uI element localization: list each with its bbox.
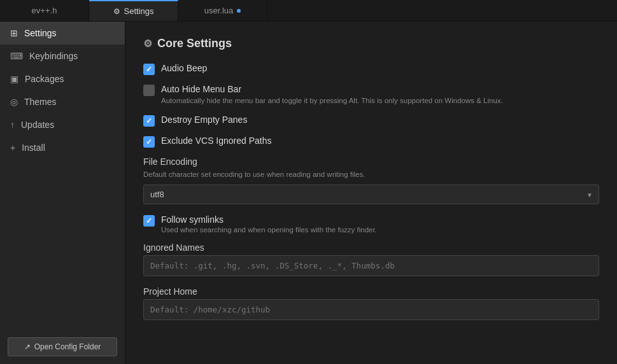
sidebar: ⊞ Settings ⌨ Keybindings ▣ Packages ◎ Th… xyxy=(0,22,125,364)
sidebar-item-updates-label: Updates xyxy=(21,120,54,130)
project-home-input[interactable] xyxy=(143,299,599,320)
file-encoding-select-wrapper: utf8 utf16 ascii latin1 xyxy=(143,185,599,204)
sidebar-item-themes[interactable]: ◎ Themes xyxy=(0,90,125,113)
file-encoding-section: File Encoding Default character set enco… xyxy=(143,157,599,204)
open-config-icon: ↗ xyxy=(24,342,31,351)
auto-hide-menu-desc: Automatically hide the menu bar and togg… xyxy=(161,95,503,106)
setting-auto-hide-menu: Auto Hide Menu Bar Automatically hide th… xyxy=(143,84,599,106)
destroy-empty-checkmark: ✓ xyxy=(146,116,152,125)
tab-bar: ev++.h ⚙ Settings user.lua xyxy=(0,0,617,22)
file-encoding-select[interactable]: utf8 utf16 ascii latin1 xyxy=(143,185,599,204)
follow-symlinks-checkbox[interactable]: ✓ xyxy=(143,215,155,227)
settings-sidebar-icon: ⊞ xyxy=(10,28,18,38)
tab-user-lua-label: user.lua xyxy=(204,6,234,15)
follow-symlinks-desc: Used when searching and when opening fil… xyxy=(161,226,377,234)
keybindings-icon: ⌨ xyxy=(10,51,23,61)
updates-icon: ↑ xyxy=(10,120,15,130)
follow-symlinks-label[interactable]: Follow symlinks xyxy=(161,214,377,225)
project-home-section: Project Home xyxy=(143,286,599,320)
sidebar-item-keybindings[interactable]: ⌨ Keybindings xyxy=(0,45,125,67)
section-title-text: Core Settings xyxy=(157,37,232,50)
sidebar-footer: ↗ Open Config Folder xyxy=(0,330,125,364)
setting-exclude-vcs: ✓ Exclude VCS Ignored Paths xyxy=(143,136,599,148)
auto-hide-menu-checkbox[interactable] xyxy=(143,85,155,96)
sidebar-item-settings[interactable]: ⊞ Settings xyxy=(0,22,125,45)
install-icon: + xyxy=(10,143,15,153)
follow-symlinks-info: Follow symlinks Used when searching and … xyxy=(161,214,377,234)
auto-hide-menu-label[interactable]: Auto Hide Menu Bar xyxy=(161,84,503,94)
sidebar-item-packages[interactable]: ▣ Packages xyxy=(0,67,125,90)
settings-tab-icon: ⚙ xyxy=(113,7,120,16)
tab-ev-h[interactable]: ev++.h xyxy=(0,0,89,21)
main-layout: ⊞ Settings ⌨ Keybindings ▣ Packages ◎ Th… xyxy=(0,22,617,364)
tab-user-lua-dot xyxy=(237,9,241,13)
exclude-vcs-label[interactable]: Exclude VCS Ignored Paths xyxy=(161,136,272,146)
file-encoding-desc: Default character set encoding to use wh… xyxy=(143,169,599,179)
file-encoding-label: File Encoding xyxy=(143,157,599,167)
sidebar-item-install-label: Install xyxy=(22,143,45,153)
tab-ev-h-label: ev++.h xyxy=(32,6,57,15)
sidebar-item-updates[interactable]: ↑ Updates xyxy=(0,113,125,136)
section-gear-icon: ⚙ xyxy=(143,38,152,50)
sidebar-item-packages-label: Packages xyxy=(25,74,64,84)
destroy-empty-label[interactable]: Destroy Empty Panes xyxy=(161,115,247,125)
audio-beep-checkmark: ✓ xyxy=(146,65,152,74)
themes-icon: ◎ xyxy=(10,97,18,107)
open-config-label: Open Config Folder xyxy=(34,342,101,351)
packages-icon: ▣ xyxy=(10,74,18,84)
exclude-vcs-info: Exclude VCS Ignored Paths xyxy=(161,136,272,146)
sidebar-item-install[interactable]: + Install xyxy=(0,136,125,159)
setting-follow-symlinks: ✓ Follow symlinks Used when searching an… xyxy=(143,214,599,234)
setting-audio-beep: ✓ Audio Beep xyxy=(143,63,599,75)
auto-hide-menu-info: Auto Hide Menu Bar Automatically hide th… xyxy=(161,84,503,106)
sidebar-item-themes-label: Themes xyxy=(24,97,57,107)
settings-content: ⚙ Core Settings ✓ Audio Beep Auto Hide M… xyxy=(125,22,617,364)
section-title: ⚙ Core Settings xyxy=(143,37,599,50)
exclude-vcs-checkbox[interactable]: ✓ xyxy=(143,136,155,148)
sidebar-item-keybindings-label: Keybindings xyxy=(29,51,78,61)
audio-beep-label[interactable]: Audio Beep xyxy=(161,63,207,73)
sidebar-item-settings-label: Settings xyxy=(24,28,57,38)
destroy-empty-info: Destroy Empty Panes xyxy=(161,115,247,125)
tab-user-lua[interactable]: user.lua xyxy=(178,0,267,21)
tab-settings-label: Settings xyxy=(124,6,154,16)
ignored-names-section: Ignored Names xyxy=(143,242,599,276)
open-config-button[interactable]: ↗ Open Config Folder xyxy=(8,337,117,356)
tab-settings[interactable]: ⚙ Settings xyxy=(89,0,178,21)
project-home-label: Project Home xyxy=(143,286,599,297)
audio-beep-checkbox[interactable]: ✓ xyxy=(143,64,155,75)
setting-destroy-empty: ✓ Destroy Empty Panes xyxy=(143,115,599,127)
exclude-vcs-checkmark: ✓ xyxy=(146,137,152,146)
follow-symlinks-checkmark: ✓ xyxy=(146,216,152,225)
destroy-empty-checkbox[interactable]: ✓ xyxy=(143,115,155,127)
audio-beep-info: Audio Beep xyxy=(161,63,207,73)
ignored-names-input[interactable] xyxy=(143,255,599,276)
ignored-names-label: Ignored Names xyxy=(143,242,599,253)
